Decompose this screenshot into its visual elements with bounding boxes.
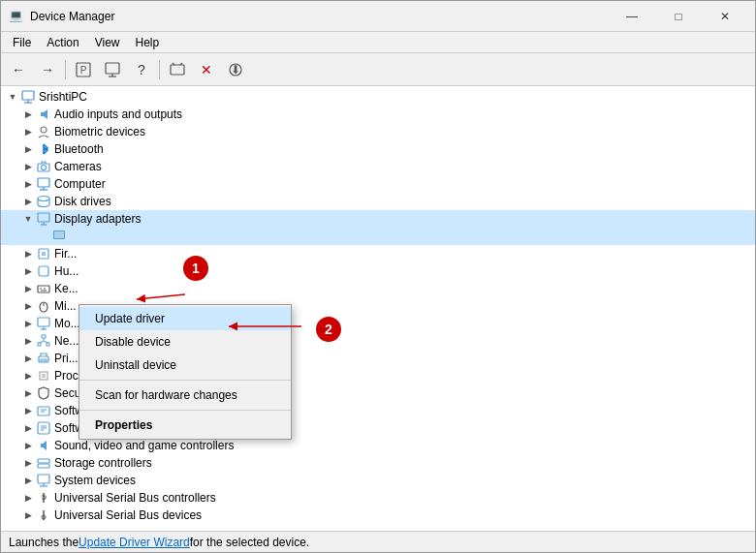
disk-label: Disk drives (54, 195, 111, 208)
svg-rect-58 (38, 475, 49, 483)
svg-rect-40 (38, 343, 41, 346)
update-driver-button[interactable] (99, 56, 126, 83)
expand-security-icon: ▶ (20, 385, 36, 401)
menu-view[interactable]: View (87, 34, 128, 51)
context-menu-scan[interactable]: Scan for hardware changes (79, 384, 291, 407)
monitors-icon (36, 316, 51, 331)
tree-item-display-sub[interactable] (1, 228, 755, 245)
expand-system-icon: ▶ (20, 473, 36, 488)
properties-button[interactable]: P (70, 56, 97, 83)
hid-label: Hu... (54, 264, 79, 278)
tree-item-hid[interactable]: ▶ Hu... (1, 262, 755, 280)
svg-rect-26 (39, 249, 48, 259)
processors-icon (36, 368, 51, 384)
title-bar: 💻 Device Manager — □ ✕ (1, 1, 755, 32)
tree-root[interactable]: ▼ SrishtiPC (1, 88, 755, 106)
expand-cameras-icon: ▶ (20, 159, 36, 174)
cameras-label: Cameras (54, 160, 102, 173)
svg-line-44 (44, 341, 48, 343)
expand-usb-icon: ▶ (20, 490, 36, 506)
expand-firmware-icon: ▶ (20, 246, 36, 261)
context-menu-sep-2 (79, 410, 291, 411)
camera-icon (36, 159, 51, 174)
tree-item-bluetooth[interactable]: ▶ Bluetooth (1, 140, 755, 158)
display-label: Display adapters (54, 212, 141, 226)
display-icon (36, 211, 51, 227)
back-button[interactable]: ← (5, 56, 32, 83)
computer-node-icon (36, 176, 51, 192)
menu-action[interactable]: Action (39, 34, 86, 51)
usb-devices-label: Universal Serial Bus devices (54, 508, 202, 522)
tree-panel[interactable]: ▼ SrishtiPC ▶ Audio inputs and outputs ▶ (1, 86, 755, 531)
add-device-button[interactable]: ⬇ (222, 56, 249, 83)
system-icon (36, 473, 51, 488)
toolbar-sep-2 (159, 60, 160, 79)
storage-icon (36, 455, 51, 471)
tree-item-biometric[interactable]: ▶ Biometric devices (1, 123, 755, 140)
expand-display-icon: ▼ (20, 211, 36, 227)
firmware-label: Fir... (54, 247, 77, 261)
root-label: SrishtiPC (39, 90, 87, 104)
context-menu-properties[interactable]: Properties (79, 414, 291, 437)
svg-text:✕: ✕ (201, 62, 212, 77)
svg-rect-56 (38, 459, 49, 463)
tree-item-firmware[interactable]: ▶ Fir... (1, 245, 755, 262)
svg-rect-41 (47, 343, 49, 346)
status-link[interactable]: Update Driver Wizard (79, 536, 190, 549)
bluetooth-icon (36, 141, 51, 157)
menu-file[interactable]: File (5, 34, 39, 51)
biometric-label: Biometric devices (54, 125, 145, 138)
tree-item-usb[interactable]: ▶ Universal Serial Bus controllers (1, 489, 755, 507)
tree-item-keyboard[interactable]: ▶ Ke... (1, 280, 755, 297)
minimize-button[interactable]: — (610, 2, 654, 31)
expand-keyboard-icon: ▶ (20, 281, 36, 296)
sound-icon (36, 438, 51, 453)
bluetooth-label: Bluetooth (54, 142, 104, 156)
svg-rect-48 (42, 374, 46, 378)
expand-processors-icon: ▶ (20, 368, 36, 384)
expand-software-devices-icon: ▶ (20, 420, 36, 436)
context-menu-disable[interactable]: Disable device (79, 330, 291, 353)
help-button[interactable]: ? (128, 56, 155, 83)
tree-item-usb-devices[interactable]: ▶ Universal Serial Bus devices (1, 507, 755, 524)
expand-network-icon: ▶ (20, 333, 36, 349)
expand-sound-icon: ▶ (20, 438, 36, 453)
forward-button[interactable]: → (34, 56, 61, 83)
context-menu-update[interactable]: Update driver (79, 307, 291, 330)
svg-rect-29 (39, 266, 48, 276)
status-text-after: for the selected device. (190, 536, 309, 549)
svg-rect-46 (41, 359, 47, 361)
tree-item-display[interactable]: ▼ Display adapters (1, 210, 755, 228)
close-button[interactable]: ✕ (703, 2, 747, 31)
svg-rect-39 (42, 335, 46, 338)
security-icon (36, 385, 51, 401)
scan-button[interactable] (164, 56, 191, 83)
toolbar: ← → P ? ✕ ⬇ (1, 53, 755, 86)
expand-hid-icon: ▶ (20, 263, 36, 279)
svg-rect-2 (106, 63, 119, 74)
printers-label: Pri... (54, 352, 79, 365)
menu-help[interactable]: Help (128, 34, 168, 51)
monitors-label: Mo... (54, 317, 80, 330)
tree-item-disk[interactable]: ▶ Disk drives (1, 193, 755, 210)
uninstall-button[interactable]: ✕ (193, 56, 220, 83)
tree-item-audio[interactable]: ▶ Audio inputs and outputs (1, 106, 755, 123)
hid-icon (36, 263, 51, 279)
svg-rect-5 (171, 65, 184, 75)
expand-bluetooth-icon: ▶ (20, 141, 36, 157)
svg-text:⬇: ⬇ (231, 63, 240, 77)
context-menu: Update driver Disable device Uninstall d… (79, 304, 292, 440)
audio-icon (36, 107, 51, 122)
maximize-button[interactable]: □ (656, 2, 701, 31)
tree-item-cameras[interactable]: ▶ Cameras (1, 158, 755, 175)
software-devices-icon (36, 420, 51, 436)
svg-point-20 (38, 197, 49, 201)
context-menu-uninstall[interactable]: Uninstall device (79, 353, 291, 377)
tree-item-computer[interactable]: ▶ Computer (1, 175, 755, 193)
keyboard-icon (36, 281, 51, 296)
expand-storage-icon: ▶ (20, 455, 36, 471)
window-controls: — □ ✕ (610, 2, 747, 31)
tree-item-system[interactable]: ▶ System devices (1, 472, 755, 489)
expand-printers-icon: ▶ (20, 351, 36, 366)
tree-item-storage[interactable]: ▶ Storage controllers (1, 454, 755, 472)
